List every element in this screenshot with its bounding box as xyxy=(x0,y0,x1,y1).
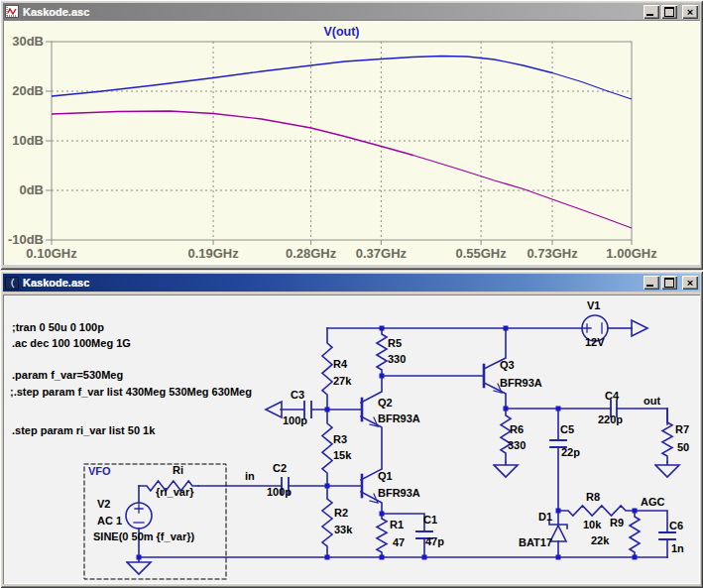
schematic-label-100p[interactable]: 100p xyxy=(267,487,292,498)
schematic-label-c4[interactable]: C4 xyxy=(605,391,619,402)
spice-directive-3[interactable]: .param f_var=530Meg xyxy=(12,370,123,381)
schematic-label-bfr93a[interactable]: BFR93A xyxy=(378,413,420,424)
resistor-R1-symbol[interactable] xyxy=(377,514,387,557)
schematic-label-c6[interactable]: C6 xyxy=(669,521,683,531)
maximize-button[interactable] xyxy=(661,276,677,290)
plot-window-titlebar[interactable]: Kaskode.asc × xyxy=(3,3,700,20)
schematic-label-out[interactable]: out xyxy=(644,396,660,407)
junction-dot xyxy=(137,555,142,560)
schematic-label-1n[interactable]: 1n xyxy=(671,543,684,554)
spice-directive-1[interactable]: ;tran 0 50u 0 100p xyxy=(12,322,104,333)
schematic-label-50[interactable]: 50 xyxy=(677,442,689,453)
schematic-canvas[interactable]: ;tran 0 50u 0 100p.ac dec 100 100Meg 1G.… xyxy=(3,294,700,584)
spice-directive-5[interactable]: .step param ri_var list 50 1k xyxy=(12,425,155,436)
schematic-label-330[interactable]: 330 xyxy=(388,354,406,365)
resistor-R3-symbol[interactable] xyxy=(322,410,332,486)
waveform-plot-area[interactable]: 0.10GHz0.19GHz0.28GHz0.37GHz0.55GHz0.73G… xyxy=(3,20,700,265)
schematic-label-bfr93a[interactable]: BFR93A xyxy=(378,488,420,499)
y-tick-label: 30dB xyxy=(12,34,44,49)
resistor-R4-symbol[interactable] xyxy=(322,328,332,410)
schematic-label-r4[interactable]: R4 xyxy=(333,359,347,370)
schematic-label-ac-1[interactable]: AC 1 xyxy=(97,516,122,527)
wire-agc-c6[interactable] xyxy=(635,511,667,557)
schematic-label-330[interactable]: 330 xyxy=(508,440,526,451)
schematic-label-d1[interactable]: D1 xyxy=(538,512,552,523)
schematic-label-r3[interactable]: R3 xyxy=(333,434,347,445)
close-button[interactable]: × xyxy=(682,5,698,19)
schematic-label-r6[interactable]: R6 xyxy=(510,424,524,435)
schematic-label-sine-0-50m-f-var-[interactable]: SINE(0 50m {f_var}) xyxy=(93,531,194,542)
schematic-label-22k[interactable]: 22k xyxy=(591,535,609,546)
schematic-label-c1[interactable]: C1 xyxy=(423,515,437,526)
schematic-label-v2[interactable]: V2 xyxy=(97,499,110,510)
resistor-R9-symbol[interactable] xyxy=(630,511,640,557)
minimize-button[interactable] xyxy=(644,5,659,19)
trace-1[interactable] xyxy=(52,57,632,100)
x-tick-label: 0.37GHz xyxy=(356,246,408,261)
schematic-label-27k[interactable]: 27k xyxy=(333,376,351,387)
schematic-label-q2[interactable]: Q2 xyxy=(378,398,393,409)
resistor-R2-symbol[interactable] xyxy=(322,486,332,557)
y-tick-label: 10dB xyxy=(12,133,44,148)
schematic-label-agc[interactable]: AGC xyxy=(641,497,664,508)
schematic-label-r1[interactable]: R1 xyxy=(390,520,404,530)
schematic-label-r5[interactable]: R5 xyxy=(388,338,402,349)
schematic-label-q3[interactable]: Q3 xyxy=(500,360,515,371)
resistor-R6-symbol[interactable] xyxy=(501,409,511,462)
wire-out-node[interactable] xyxy=(506,409,667,424)
schematic-label-12v[interactable]: 12V xyxy=(585,337,605,348)
resistor-R7-symbol[interactable] xyxy=(662,409,672,462)
schematic-label-bfr93a[interactable]: BFR93A xyxy=(500,378,542,389)
schematic-label-r2[interactable]: R2 xyxy=(334,508,348,519)
schematic-window: Kaskode.asc × xyxy=(0,271,703,588)
minimize-button[interactable] xyxy=(644,276,659,290)
v1-port-arrow-icon[interactable] xyxy=(632,320,647,336)
schematic-label-c2[interactable]: C2 xyxy=(273,463,287,474)
resistor-R5-symbol[interactable] xyxy=(377,328,387,376)
schematic-label-ri[interactable]: Ri xyxy=(173,465,183,476)
schematic-label--ri-var-[interactable]: {ri_var} xyxy=(156,487,194,498)
y-tick-label: -10dB xyxy=(8,232,44,247)
schematic-label-r8[interactable]: R8 xyxy=(586,492,600,503)
close-button[interactable]: × xyxy=(682,276,698,290)
minimize-icon xyxy=(646,14,653,16)
input-port-arrow-icon[interactable] xyxy=(266,402,282,417)
spice-directive-4[interactable]: ;.step param f_var list 430Meg 530Meg 63… xyxy=(10,387,252,398)
schematic-window-titlebar[interactable]: Kaskode.asc × xyxy=(3,274,700,292)
spice-directive-2[interactable]: .ac dec 100 100Meg 1G xyxy=(12,338,131,349)
schematic-label-22p[interactable]: 22p xyxy=(561,447,580,458)
ground-icon[interactable] xyxy=(494,462,518,477)
ground-icon[interactable] xyxy=(127,557,151,574)
schematic-label-in[interactable]: in xyxy=(245,471,255,482)
schematic-label-q1[interactable]: Q1 xyxy=(378,471,393,482)
transistor-Q2-symbol[interactable] xyxy=(362,399,378,426)
schematic-label-r7[interactable]: R7 xyxy=(675,424,689,435)
schematic-label-220p[interactable]: 220p xyxy=(598,414,623,425)
schematic-label-c3[interactable]: C3 xyxy=(291,390,304,401)
schematic-label-33k[interactable]: 33k xyxy=(334,525,352,535)
schematic-label-10k[interactable]: 10k xyxy=(583,520,601,530)
schematic-label-47[interactable]: 47 xyxy=(393,537,405,548)
schematic-label-100p[interactable]: 100p xyxy=(283,415,307,426)
trace-2[interactable] xyxy=(52,111,632,228)
voltage-source-V2-symbol[interactable] xyxy=(126,503,152,529)
capacitor-C6-symbol[interactable] xyxy=(659,532,675,539)
schematic-label-vfo[interactable]: VFO xyxy=(88,466,111,477)
schematic-label-bat17[interactable]: BAT17 xyxy=(519,537,552,548)
resistor-R8-symbol[interactable] xyxy=(558,506,635,516)
maximize-icon xyxy=(664,278,674,288)
schematic-label-v1[interactable]: V1 xyxy=(587,300,600,311)
junction-dot xyxy=(633,509,638,514)
schematic-window-title: Kaskode.asc xyxy=(23,277,644,289)
transistor-Q1-symbol[interactable] xyxy=(362,475,378,503)
junction-dot xyxy=(325,484,330,489)
close-icon: × xyxy=(687,277,693,289)
ground-icon[interactable] xyxy=(655,462,679,477)
schematic-label-r9[interactable]: R9 xyxy=(610,518,624,529)
schematic-label-c5[interactable]: C5 xyxy=(560,424,574,435)
schematic-label-47p[interactable]: 47p xyxy=(425,536,444,547)
x-tick-label: 0.55GHz xyxy=(455,246,507,261)
junction-dot xyxy=(380,555,385,560)
maximize-button[interactable] xyxy=(661,5,677,19)
schematic-label-15k[interactable]: 15k xyxy=(333,450,351,461)
